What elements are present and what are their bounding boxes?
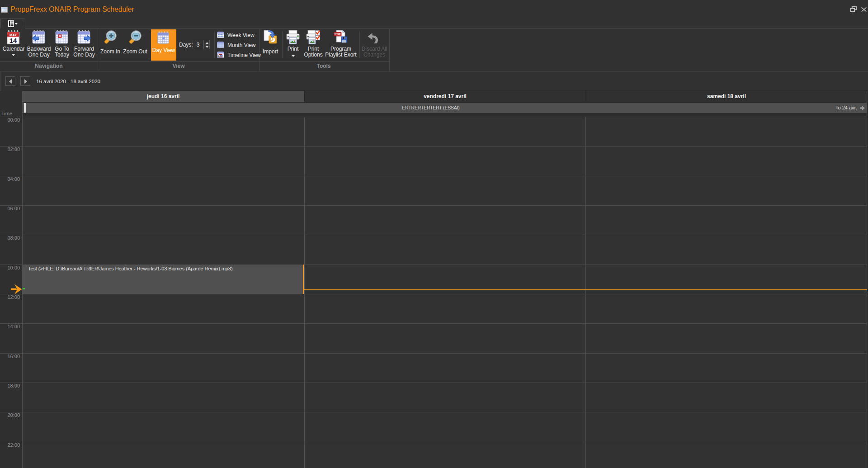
svg-text:PDF: PDF xyxy=(335,33,341,36)
svg-text:14: 14 xyxy=(9,37,17,44)
